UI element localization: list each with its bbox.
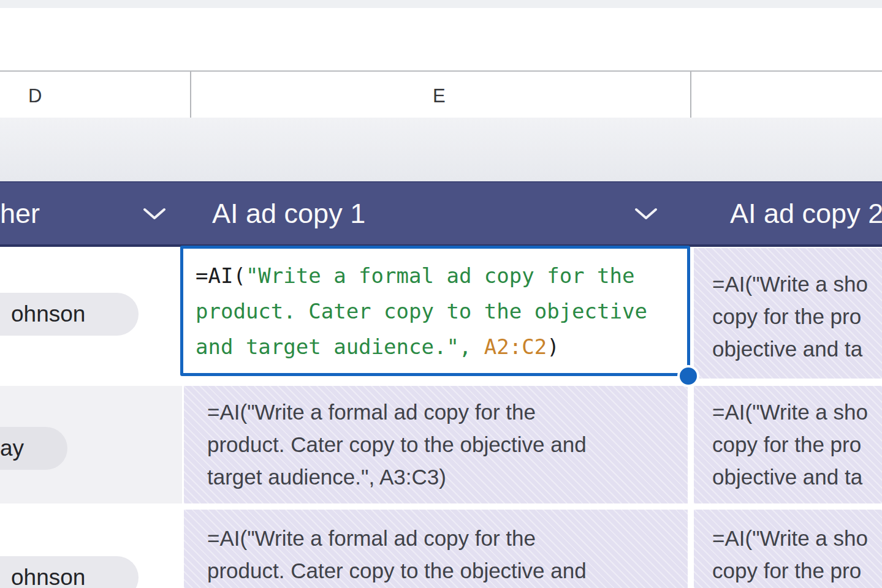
formula-cell-f3[interactable]: =AI("Write a shocopy for the proobjectiv… (694, 386, 882, 503)
chevron-down-icon[interactable] (142, 206, 167, 221)
blank-row-band (0, 118, 882, 181)
fill-handle[interactable] (677, 365, 699, 387)
column-letter-row: D E (0, 70, 882, 118)
selected-formula-cell-e2[interactable]: =AI("Write a formal ad copy for theprodu… (180, 246, 690, 376)
column-divider (690, 72, 691, 118)
name-chip[interactable]: ohnson (0, 293, 139, 336)
column-header-d[interactable]: D (28, 85, 42, 107)
formula-cell-e3[interactable]: =AI("Write a formal ad copy for theprodu… (184, 386, 688, 503)
name-chip[interactable]: ay (0, 427, 67, 470)
table-header: her AI ad copy 1 AI ad copy 2 (0, 181, 882, 247)
column-header-e[interactable]: E (433, 85, 446, 107)
formula-cell-f4[interactable]: =AI("Write a shocopy for the pro (694, 510, 882, 588)
top-strip (0, 0, 882, 8)
column-divider (190, 72, 191, 118)
chevron-down-icon[interactable] (634, 206, 658, 221)
header-cell-ai-ad-copy-1[interactable]: AI ad copy 1 (212, 198, 365, 230)
formula-cell-e4[interactable]: =AI("Write a formal ad copy for theprodu… (184, 510, 688, 588)
name-chip[interactable]: ohnson (0, 556, 139, 588)
header-cell-publisher[interactable]: her (0, 198, 40, 230)
header-cell-ai-ad-copy-2[interactable]: AI ad copy 2 (730, 198, 882, 230)
formula-text: =AI("Write a formal ad copy for theprodu… (183, 249, 687, 364)
spreadsheet-viewport: D E her AI ad copy 1 AI ad copy 2 ohnson… (0, 0, 882, 588)
formula-cell-f2[interactable]: =AI("Write a shocopy for the proobjectiv… (694, 248, 882, 379)
